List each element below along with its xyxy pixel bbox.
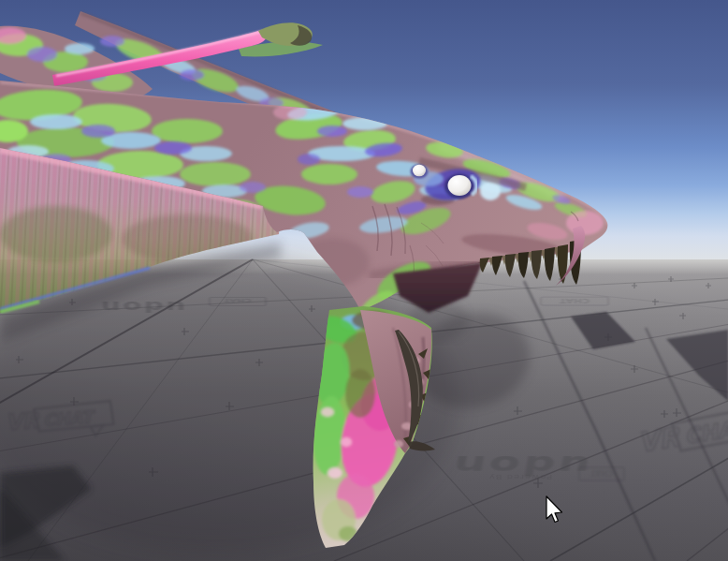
- scene-canvas: udon CHAT CHAT udon Powered By CHAT VR C…: [0, 0, 728, 561]
- eye-small: [413, 165, 426, 177]
- powered-by-label: Powered By: [488, 473, 552, 481]
- eye-large: [448, 175, 472, 196]
- vr-beta-tag-big: CHAT: [590, 468, 613, 477]
- vrchat-world-viewport[interactable]: udon CHAT CHAT udon Powered By CHAT VR C…: [0, 0, 728, 561]
- vr-beta-tag-mid: CHAT: [560, 297, 590, 303]
